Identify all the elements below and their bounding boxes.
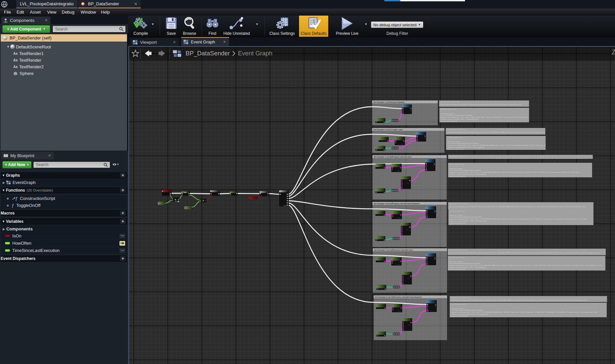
svg-text:Event Graph: Event Graph (238, 50, 272, 57)
svg-text:BP_DataSender: BP_DataSender (186, 50, 230, 57)
svg-text:Set Example 2 via the engine s: Set Example 2 via the engine state (373, 129, 403, 131)
svg-text:Set Example 1 via Pixotope Gat: Set Example 1 via Pixotope Gateway (373, 101, 404, 103)
svg-text:Set Example 6 via CallFunction: Set Example 6 via CallFunction call with… (375, 296, 422, 298)
svg-text:Set Example 3 via SetProperty: Set Example 3 via SetProperty call with … (374, 156, 412, 158)
svg-text:Zo: Zo (612, 48, 615, 56)
svg-text:SET: SET (184, 192, 187, 193)
svg-text:Set Example 5 via CallFunction: Set Example 5 via CallFunction call with… (374, 249, 413, 251)
svg-text:Add pin +: Add pin + (284, 205, 288, 207)
svg-text:Set Example 4 via SetProperty: Set Example 4 via SetProperty call with … (374, 203, 420, 205)
